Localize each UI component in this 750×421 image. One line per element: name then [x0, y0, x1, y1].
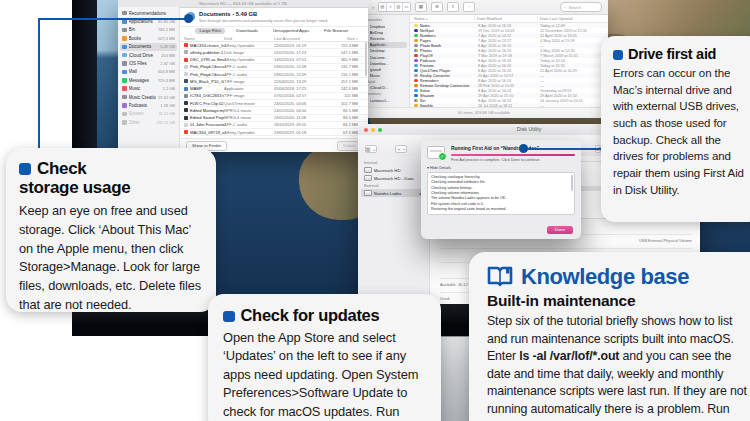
- table-row[interactable]: MAMP Application 05/06/2018, 17:25 142.6…: [180, 86, 368, 93]
- drive-icon: [364, 167, 372, 173]
- sidebar-item[interactable]: iOS Files 2.32 GB: [120, 59, 177, 67]
- table-row[interactable]: MAC334_09Y19_oc.MacMini.psd Affinity Ope…: [180, 129, 368, 136]
- sidebar-item[interactable]: Recommendations: [120, 9, 177, 17]
- file-icon: [184, 87, 188, 91]
- file-icon: [184, 43, 188, 47]
- sort-desc-icon: ∨: [356, 37, 358, 41]
- file-last-accessed: 24/01/2020, 04:00: [274, 108, 328, 113]
- table-row[interactable]: IC784_DGC2833.tiff TIFF image 07/01/2016…: [180, 93, 368, 100]
- column-name[interactable]: Name ∧: [414, 16, 474, 21]
- sidebar-item[interactable]: Music Creation 19.62 GB: [120, 93, 177, 101]
- column-view-icon[interactable]: ▥: [395, 3, 403, 11]
- sidebar-item[interactable]: Internal: [361, 159, 426, 166]
- disk-utility-sidebar: Internal Macintosh HD Macintosh HD - Dat…: [358, 156, 430, 304]
- table-row[interactable]: DSC_0795 as Smart Object-1.psd Affinity …: [180, 57, 368, 64]
- forward-icon[interactable]: ›: [372, 2, 374, 12]
- sidebar-item[interactable]: Recents: [362, 36, 407, 42]
- zoom-icon[interactable]: [378, 128, 382, 132]
- sidebar-item[interactable]: Macintosh HD - Data: [361, 174, 426, 182]
- table-row[interactable]: Pink_Floyd-Obscured_By_Clouds-rot... APF…: [180, 64, 368, 71]
- sidebar-item[interactable]: Lantara L...: [362, 97, 407, 103]
- gear-icon[interactable]: ⚙: [431, 2, 443, 12]
- table-row[interactable]: 01 John Frusciante - Become (Amod... APF…: [180, 122, 368, 129]
- sidebar-item[interactable]: Niandra Lades ⏏: [361, 189, 426, 197]
- sidebar-item[interactable]: Dropbox: [362, 24, 407, 30]
- file-kind: Affinity Openable: [224, 130, 274, 135]
- table-row[interactable]: MAC334.choice_hero3.MacMini_artw... Affi…: [180, 42, 368, 49]
- file-last-accessed: 24/01/2020, 04:06: [274, 101, 328, 106]
- table-row[interactable]: FLW.C Pro Clip 02.mov QuickTime movie 24…: [180, 100, 368, 107]
- icon-view-icon[interactable]: ▤: [379, 3, 387, 11]
- finder-file-list: Name ∧ Date Modified Date Last Opened No…: [410, 15, 608, 108]
- sidebar-item-label: System: [129, 111, 157, 116]
- minimize-icon[interactable]: [371, 128, 375, 132]
- file-name: DSC_0795 as Smart Object-1.psd: [190, 57, 224, 62]
- open-book-icon: [487, 266, 513, 288]
- done-button[interactable]: Done: [547, 226, 573, 234]
- file-icon: [184, 101, 188, 105]
- column-name[interactable]: Name: [184, 36, 224, 41]
- sidebar-item[interactable]: Mail 603.8 MB: [120, 68, 177, 76]
- column-date-last-opened[interactable]: Date Last Opened: [537, 16, 604, 21]
- sidebar-item[interactable]: Documents 5.49 GB: [120, 43, 177, 51]
- search-input[interactable]: ○ Search: [560, 2, 602, 12]
- view-mode-segmented[interactable]: ▤ ≡ ▥ ▭: [378, 2, 411, 12]
- sidebar-item[interactable]: Bin 784.2 MB: [120, 26, 177, 34]
- sidebar-item-label: Macintosh HD: [374, 168, 424, 173]
- callout-dot-storage: [184, 14, 193, 23]
- group-icon[interactable]: ▦: [415, 2, 427, 12]
- tab[interactable]: File Browser: [320, 28, 352, 35]
- sidebar-item[interactable]: iCloud Drive 453 MB: [120, 51, 177, 59]
- sidebar-item-label: Books: [129, 36, 156, 41]
- sidebar-item[interactable]: System 11.11 GB: [120, 110, 177, 118]
- date-last-opened: —: [538, 84, 604, 88]
- table-row[interactable]: MG_Black_P10_Game_Drive,15mm_Cl... TIFF …: [180, 78, 368, 85]
- list-view-icon[interactable]: ≡: [387, 3, 395, 11]
- callout-body: Step six of the tutorial briefly shows h…: [487, 313, 749, 421]
- chevron-down-icon: ▾: [427, 165, 429, 170]
- tab[interactable]: Unsupported Apps: [269, 28, 313, 35]
- column-date-modified[interactable]: Date Modified: [474, 16, 537, 21]
- details-log: Checking catalogue hierarchy.Checking ex…: [427, 172, 575, 215]
- tab[interactable]: Downloads: [232, 28, 262, 35]
- sidebar-item[interactable]: AirDrop: [362, 30, 407, 36]
- sidebar-item[interactable]: Music 1.2 GB: [120, 85, 177, 93]
- sidebar-item[interactable]: Macintosh HD: [361, 166, 426, 174]
- share-icon[interactable]: ↥: [447, 2, 459, 12]
- scrollbar[interactable]: [365, 42, 368, 76]
- close-icon[interactable]: [364, 128, 368, 132]
- category-icon: [122, 53, 127, 58]
- sidebar-item[interactable]: Books 507.4 MB: [120, 34, 177, 42]
- file-kind: QuickTime movie: [224, 101, 274, 106]
- sidebar-item[interactable]: Favourites: [362, 17, 407, 24]
- table-row[interactable]: Pink_Floyd-Obscured_By_Clouds-rot... APF…: [180, 71, 368, 78]
- column-size[interactable]: Size ∨: [328, 36, 364, 41]
- sidebar-item[interactable]: External: [361, 182, 426, 189]
- sidebar-item[interactable]: Podcasts 1.28 GB: [120, 101, 177, 109]
- scrollbar[interactable]: [571, 175, 573, 191]
- tab[interactable]: Large Files: [195, 28, 225, 35]
- app-icon: [414, 89, 418, 93]
- sidebar-item[interactable]: Messages 729.3 MB: [120, 76, 177, 84]
- category-icon: [122, 11, 127, 16]
- file-name: MAC334_09Y19_oc.MacMini.psd: [190, 130, 224, 135]
- sidebar-item[interactable]: Applicati...: [362, 42, 407, 48]
- sidebar-item[interactable]: iCloud: [362, 78, 407, 85]
- gallery-view-icon[interactable]: ▭: [403, 3, 410, 11]
- table-row[interactable]: Edited Montage.mp4 MPEG-4 movie 24/01/20…: [180, 107, 368, 114]
- column-kind[interactable]: Kind: [224, 36, 274, 41]
- bullet-icon: [613, 50, 623, 60]
- file-size: 84.5 MB: [328, 115, 364, 120]
- hide-details-toggle[interactable]: ▾ Hide Details: [427, 165, 575, 170]
- tag-icon[interactable]: ◦: [463, 2, 475, 12]
- category-icon: [122, 19, 127, 24]
- sidebar-item-size: 2.32 GB: [160, 61, 175, 66]
- table-row[interactable]: affinity-publisher-1.8.3.dmg Disk Image …: [180, 49, 368, 56]
- date-last-opened: 12 December 2019 at 15:31: [538, 29, 604, 33]
- date-modified: 8 Apr 2020 at 16:24: [476, 69, 538, 73]
- sidebar-item[interactable]: Other 232.11 GB: [120, 118, 177, 126]
- file-kind: Disk Image: [224, 50, 274, 55]
- table-row[interactable]: Edited Sound Project.mp4 MPEG-4 movie 24…: [180, 115, 368, 122]
- column-last-accessed[interactable]: Last Accessed: [274, 36, 328, 41]
- sidebar-item-label: Dropbox: [370, 24, 385, 29]
